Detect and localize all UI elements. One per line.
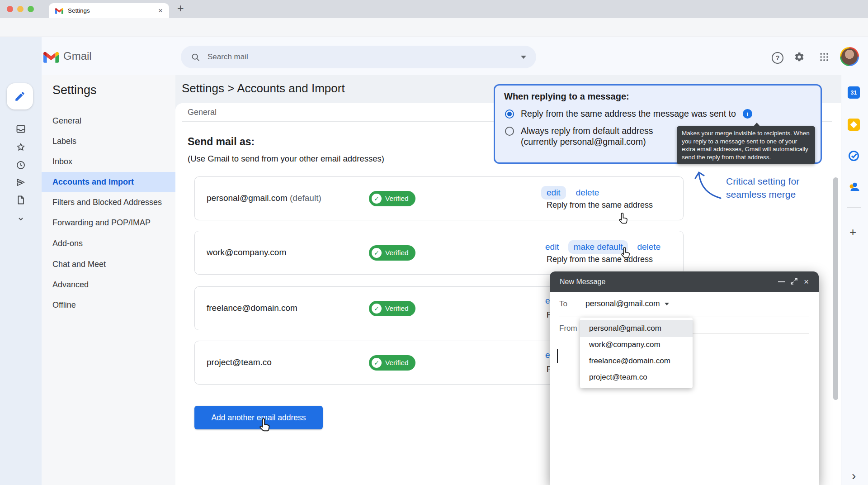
contacts-icon[interactable]: [848, 181, 860, 193]
option-label: Always reply from default address: [521, 126, 653, 136]
starred-icon[interactable]: [15, 142, 26, 152]
send-mail-as-title: Send mail as:: [188, 136, 255, 148]
email-address: freelance@domain.com: [207, 303, 297, 313]
delete-link[interactable]: delete: [637, 242, 660, 252]
account-avatar[interactable]: [840, 47, 859, 66]
settings-nav-offline[interactable]: Offline: [42, 295, 175, 315]
expand-icon[interactable]: [791, 278, 797, 285]
dropdown-option-freelance[interactable]: freelance@domain.com: [580, 352, 693, 370]
radio-unselected-icon[interactable]: [505, 127, 514, 136]
compose-button[interactable]: [7, 83, 33, 109]
to-value[interactable]: personal@gmail.com: [585, 299, 669, 309]
check-icon: ✓: [372, 194, 382, 204]
tasks-icon[interactable]: [848, 150, 860, 162]
new-tab-button[interactable]: +: [177, 2, 184, 15]
keep-icon[interactable]: [848, 119, 860, 131]
callout-option-same-address: Reply from the same address the message …: [505, 109, 752, 119]
browser-tab-strip: Settings × +: [0, 0, 868, 18]
sent-icon[interactable]: [15, 177, 26, 188]
to-label: To: [559, 300, 567, 309]
search-options-caret-icon[interactable]: [521, 56, 526, 59]
check-icon: ✓: [372, 248, 382, 258]
browser-toolbar: https://mail.google.com/mail/u/0/#settin…: [0, 18, 868, 37]
callout-title: When replying to a message:: [504, 91, 629, 102]
search-placeholder: Search mail: [208, 52, 521, 62]
settings-nav-advanced[interactable]: Advanced: [42, 275, 175, 295]
snoozed-icon[interactable]: [15, 160, 26, 171]
calendar-icon[interactable]: 31: [848, 86, 860, 99]
to-divider: [559, 317, 809, 317]
row-actions: edit make default delete: [545, 240, 660, 254]
settings-nav-filters[interactable]: Filters and Blocked Addresses: [42, 192, 175, 213]
row-actions: edit delete: [541, 186, 599, 200]
breadcrumb-separator: >: [227, 81, 234, 95]
edit-link[interactable]: edit: [545, 242, 559, 252]
from-label: From: [559, 324, 577, 333]
annotation-arrow-icon: [694, 168, 724, 202]
google-side-panel: [841, 75, 868, 485]
check-icon: ✓: [372, 358, 382, 368]
breadcrumb: Settings > Accounts and Import: [182, 81, 345, 95]
help-icon[interactable]: ?: [772, 52, 783, 64]
hand-cursor-icon: [257, 417, 274, 434]
settings-nav-chat-and-meet[interactable]: Chat and Meet: [42, 254, 175, 275]
pencil-icon: [14, 90, 26, 102]
tab-title: Settings: [68, 7, 90, 14]
settings-nav-forwarding[interactable]: Forwarding and POP/IMAP: [42, 213, 175, 233]
side-panel-divider: [847, 207, 861, 208]
breadcrumb-current: Accounts and Import: [237, 81, 344, 95]
tab-close-icon[interactable]: ×: [158, 7, 163, 14]
close-icon[interactable]: ×: [804, 277, 809, 287]
compose-title: New Message: [560, 278, 605, 286]
info-icon[interactable]: i: [743, 109, 752, 119]
option-label-line2: (currently personal@gmail.com): [521, 137, 646, 147]
hand-cursor-icon: [619, 246, 633, 261]
email-row-personal: personal@gmail.com (default) ✓Verified e…: [194, 176, 684, 220]
gmail-wordmark: Gmail: [63, 50, 92, 62]
zoom-window-button[interactable]: [28, 6, 34, 12]
settings-nav-addons[interactable]: Add-ons: [42, 233, 175, 254]
breadcrumb-settings[interactable]: Settings: [182, 81, 224, 95]
google-apps-grid-icon[interactable]: [819, 52, 829, 62]
dropdown-option-personal[interactable]: personal@gmail.com: [580, 320, 693, 337]
get-addons-plus-icon[interactable]: +: [849, 225, 856, 239]
from-divider: [693, 333, 809, 334]
screen: Settings × + https://mail.google.com/mai…: [0, 0, 868, 485]
search-input[interactable]: Search mail: [181, 46, 536, 68]
verified-badge: ✓Verified: [369, 301, 415, 316]
settings-nav-labels[interactable]: Labels: [42, 131, 175, 152]
compose-window: New Message × To personal@gmail.com From…: [550, 271, 819, 485]
settings-gear-icon[interactable]: [794, 52, 805, 62]
dropdown-option-work[interactable]: work@company.com: [580, 336, 693, 353]
check-icon: ✓: [372, 304, 382, 314]
minimize-icon[interactable]: [778, 281, 785, 282]
settings-nav-accounts-and-import[interactable]: Accounts and Import: [42, 172, 175, 192]
email-address: personal@gmail.com (default): [207, 193, 321, 203]
minimize-window-button[interactable]: [17, 6, 24, 12]
delete-link[interactable]: delete: [576, 188, 599, 198]
close-window-button[interactable]: [7, 6, 13, 12]
merge-tooltip: Makes your merge invisible to recipients…: [677, 126, 815, 164]
tab-general[interactable]: General: [188, 108, 217, 117]
email-address: project@team.co: [207, 357, 272, 367]
drafts-icon[interactable]: [15, 195, 26, 205]
dropdown-option-project[interactable]: project@team.co: [580, 369, 693, 386]
more-labels-chevron-icon[interactable]: [15, 214, 26, 224]
reply-setting-text: Reply from the same address: [547, 200, 653, 210]
inbox-icon[interactable]: [15, 124, 26, 134]
hand-cursor-icon: [617, 212, 631, 226]
callout-option-default-address: Always reply from default address: [505, 126, 653, 136]
annotation-text: Critical setting for seamless merge: [726, 175, 826, 201]
edit-link[interactable]: edit: [541, 186, 566, 200]
browser-tab-settings[interactable]: Settings ×: [49, 3, 169, 18]
settings-nav-general[interactable]: General: [42, 111, 175, 131]
radio-selected-icon[interactable]: [505, 109, 514, 119]
settings-nav-inbox[interactable]: Inbox: [42, 152, 175, 172]
to-caret-icon: [665, 303, 669, 305]
option-label: Reply from the same address the message …: [521, 109, 736, 119]
scrollbar-thumb[interactable]: [833, 177, 838, 400]
collapse-side-panel-icon[interactable]: ›: [852, 469, 856, 483]
verified-badge: ✓Verified: [369, 355, 415, 371]
verified-badge: ✓Verified: [369, 245, 415, 261]
text-cursor: [557, 349, 558, 363]
